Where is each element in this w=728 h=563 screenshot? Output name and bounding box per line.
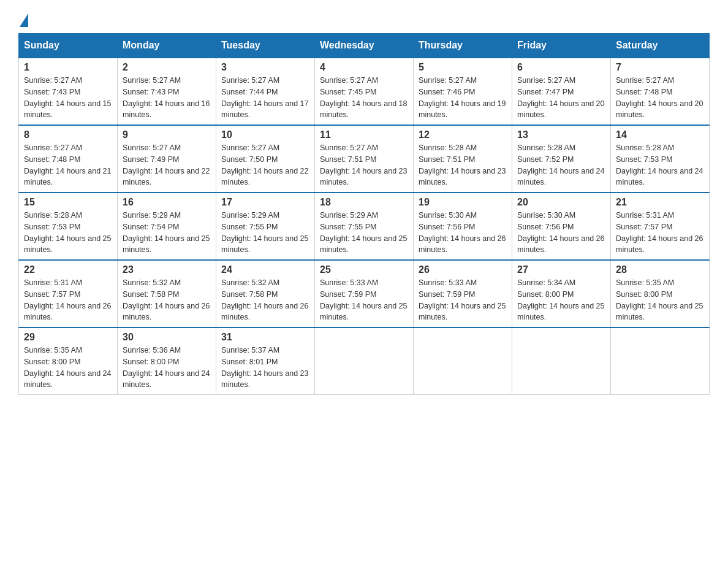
day-number: 17 <box>221 197 309 208</box>
day-info: Sunrise: 5:27 AMSunset: 7:48 PMDaylight:… <box>24 142 112 188</box>
day-info: Sunrise: 5:27 AMSunset: 7:51 PMDaylight:… <box>320 142 408 188</box>
day-info: Sunrise: 5:33 AMSunset: 7:59 PMDaylight:… <box>320 277 408 323</box>
day-number: 31 <box>221 332 309 343</box>
day-info: Sunrise: 5:37 AMSunset: 8:01 PMDaylight:… <box>221 345 309 391</box>
calendar-cell: 8Sunrise: 5:27 AMSunset: 7:48 PMDaylight… <box>19 125 118 193</box>
calendar-week-row: 22Sunrise: 5:31 AMSunset: 7:57 PMDayligh… <box>19 260 710 327</box>
day-info: Sunrise: 5:28 AMSunset: 7:51 PMDaylight:… <box>419 142 507 188</box>
day-info: Sunrise: 5:28 AMSunset: 7:53 PMDaylight:… <box>616 142 704 188</box>
calendar-cell: 7Sunrise: 5:27 AMSunset: 7:48 PMDaylight… <box>611 58 710 125</box>
day-info: Sunrise: 5:27 AMSunset: 7:45 PMDaylight:… <box>320 75 408 121</box>
calendar-cell: 28Sunrise: 5:35 AMSunset: 8:00 PMDayligh… <box>611 260 710 327</box>
weekday-header-thursday: Thursday <box>414 34 512 58</box>
calendar-cell: 30Sunrise: 5:36 AMSunset: 8:00 PMDayligh… <box>118 327 216 395</box>
day-number: 15 <box>24 197 112 208</box>
day-number: 10 <box>221 129 309 140</box>
calendar-cell: 27Sunrise: 5:34 AMSunset: 8:00 PMDayligh… <box>512 260 611 327</box>
day-number: 22 <box>24 264 112 275</box>
day-number: 14 <box>616 129 704 140</box>
calendar-cell: 16Sunrise: 5:29 AMSunset: 7:54 PMDayligh… <box>118 193 216 260</box>
day-info: Sunrise: 5:27 AMSunset: 7:48 PMDaylight:… <box>616 75 704 121</box>
day-number: 4 <box>320 62 408 73</box>
calendar-cell: 22Sunrise: 5:31 AMSunset: 7:57 PMDayligh… <box>19 260 118 327</box>
calendar-cell: 15Sunrise: 5:28 AMSunset: 7:53 PMDayligh… <box>19 193 118 260</box>
calendar-cell: 19Sunrise: 5:30 AMSunset: 7:56 PMDayligh… <box>414 193 512 260</box>
calendar-cell: 25Sunrise: 5:33 AMSunset: 7:59 PMDayligh… <box>315 260 414 327</box>
day-info: Sunrise: 5:27 AMSunset: 7:46 PMDaylight:… <box>419 75 507 121</box>
day-info: Sunrise: 5:34 AMSunset: 8:00 PMDaylight:… <box>517 277 605 323</box>
day-number: 7 <box>616 62 704 73</box>
calendar-header-row: SundayMondayTuesdayWednesdayThursdayFrid… <box>19 34 710 58</box>
day-number: 19 <box>419 197 507 208</box>
day-info: Sunrise: 5:35 AMSunset: 8:00 PMDaylight:… <box>616 277 704 323</box>
calendar-cell: 9Sunrise: 5:27 AMSunset: 7:49 PMDaylight… <box>118 125 216 193</box>
day-info: Sunrise: 5:27 AMSunset: 7:44 PMDaylight:… <box>221 75 309 121</box>
calendar-cell: 17Sunrise: 5:29 AMSunset: 7:55 PMDayligh… <box>216 193 315 260</box>
day-info: Sunrise: 5:36 AMSunset: 8:00 PMDaylight:… <box>123 345 211 391</box>
weekday-header-saturday: Saturday <box>611 34 710 58</box>
calendar-cell: 20Sunrise: 5:30 AMSunset: 7:56 PMDayligh… <box>512 193 611 260</box>
day-number: 9 <box>123 129 211 140</box>
day-number: 27 <box>517 264 605 275</box>
calendar-table: SundayMondayTuesdayWednesdayThursdayFrid… <box>18 33 710 395</box>
day-info: Sunrise: 5:28 AMSunset: 7:52 PMDaylight:… <box>517 142 605 188</box>
day-info: Sunrise: 5:27 AMSunset: 7:50 PMDaylight:… <box>221 142 309 188</box>
calendar-cell: 12Sunrise: 5:28 AMSunset: 7:51 PMDayligh… <box>414 125 512 193</box>
calendar-week-row: 15Sunrise: 5:28 AMSunset: 7:53 PMDayligh… <box>19 193 710 260</box>
day-info: Sunrise: 5:35 AMSunset: 8:00 PMDaylight:… <box>24 345 112 391</box>
day-info: Sunrise: 5:27 AMSunset: 7:43 PMDaylight:… <box>24 75 112 121</box>
day-number: 29 <box>24 332 112 343</box>
calendar-cell: 1Sunrise: 5:27 AMSunset: 7:43 PMDaylight… <box>19 58 118 125</box>
weekday-header-monday: Monday <box>118 34 216 58</box>
day-info: Sunrise: 5:27 AMSunset: 7:47 PMDaylight:… <box>517 75 605 121</box>
calendar-cell: 10Sunrise: 5:27 AMSunset: 7:50 PMDayligh… <box>216 125 315 193</box>
weekday-header-friday: Friday <box>512 34 611 58</box>
calendar-cell: 6Sunrise: 5:27 AMSunset: 7:47 PMDaylight… <box>512 58 611 125</box>
day-info: Sunrise: 5:32 AMSunset: 7:58 PMDaylight:… <box>123 277 211 323</box>
logo <box>18 12 28 27</box>
day-number: 20 <box>517 197 605 208</box>
calendar-cell <box>512 327 611 395</box>
day-number: 25 <box>320 264 408 275</box>
day-number: 11 <box>320 129 408 140</box>
day-number: 5 <box>419 62 507 73</box>
day-number: 3 <box>221 62 309 73</box>
calendar-cell: 21Sunrise: 5:31 AMSunset: 7:57 PMDayligh… <box>611 193 710 260</box>
logo-triangle-icon <box>20 13 28 27</box>
calendar-cell: 3Sunrise: 5:27 AMSunset: 7:44 PMDaylight… <box>216 58 315 125</box>
day-number: 12 <box>419 129 507 140</box>
calendar-week-row: 1Sunrise: 5:27 AMSunset: 7:43 PMDaylight… <box>19 58 710 125</box>
calendar-cell: 18Sunrise: 5:29 AMSunset: 7:55 PMDayligh… <box>315 193 414 260</box>
calendar-cell: 14Sunrise: 5:28 AMSunset: 7:53 PMDayligh… <box>611 125 710 193</box>
page-header <box>18 12 710 27</box>
day-info: Sunrise: 5:31 AMSunset: 7:57 PMDaylight:… <box>616 210 704 256</box>
day-number: 28 <box>616 264 704 275</box>
calendar-cell: 2Sunrise: 5:27 AMSunset: 7:43 PMDaylight… <box>118 58 216 125</box>
day-number: 26 <box>419 264 507 275</box>
day-info: Sunrise: 5:33 AMSunset: 7:59 PMDaylight:… <box>419 277 507 323</box>
calendar-cell: 4Sunrise: 5:27 AMSunset: 7:45 PMDaylight… <box>315 58 414 125</box>
day-number: 18 <box>320 197 408 208</box>
day-number: 8 <box>24 129 112 140</box>
day-info: Sunrise: 5:29 AMSunset: 7:55 PMDaylight:… <box>221 210 309 256</box>
day-number: 13 <box>517 129 605 140</box>
day-number: 30 <box>123 332 211 343</box>
day-number: 16 <box>123 197 211 208</box>
day-info: Sunrise: 5:30 AMSunset: 7:56 PMDaylight:… <box>419 210 507 256</box>
calendar-cell: 13Sunrise: 5:28 AMSunset: 7:52 PMDayligh… <box>512 125 611 193</box>
calendar-cell <box>414 327 512 395</box>
calendar-week-row: 29Sunrise: 5:35 AMSunset: 8:00 PMDayligh… <box>19 327 710 395</box>
day-number: 21 <box>616 197 704 208</box>
day-info: Sunrise: 5:29 AMSunset: 7:55 PMDaylight:… <box>320 210 408 256</box>
day-number: 2 <box>123 62 211 73</box>
day-info: Sunrise: 5:27 AMSunset: 7:49 PMDaylight:… <box>123 142 211 188</box>
day-info: Sunrise: 5:31 AMSunset: 7:57 PMDaylight:… <box>24 277 112 323</box>
day-number: 24 <box>221 264 309 275</box>
calendar-week-row: 8Sunrise: 5:27 AMSunset: 7:48 PMDaylight… <box>19 125 710 193</box>
weekday-header-wednesday: Wednesday <box>315 34 414 58</box>
calendar-cell: 24Sunrise: 5:32 AMSunset: 7:58 PMDayligh… <box>216 260 315 327</box>
calendar-cell: 26Sunrise: 5:33 AMSunset: 7:59 PMDayligh… <box>414 260 512 327</box>
day-number: 23 <box>123 264 211 275</box>
calendar-cell: 29Sunrise: 5:35 AMSunset: 8:00 PMDayligh… <box>19 327 118 395</box>
calendar-cell: 5Sunrise: 5:27 AMSunset: 7:46 PMDaylight… <box>414 58 512 125</box>
